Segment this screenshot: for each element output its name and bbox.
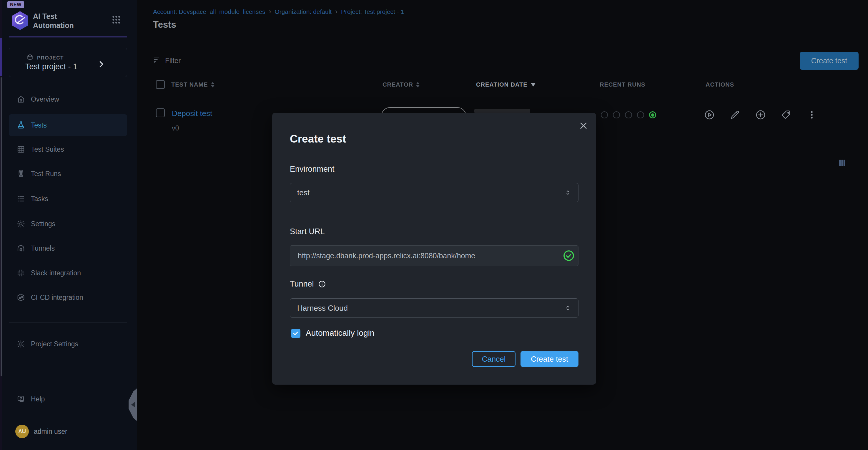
gear-icon (17, 219, 25, 228)
user-name: admin user (34, 428, 67, 435)
environment-select[interactable]: test (290, 183, 579, 202)
avatar: AU (15, 425, 29, 438)
sidebar-item-label: Help (31, 395, 45, 403)
sidebar-item-tasks[interactable]: Tasks (9, 188, 127, 210)
column-header-creator[interactable]: CREATOR (382, 81, 420, 88)
chevron-right-icon (97, 60, 105, 70)
sort-icons (211, 82, 215, 87)
page-title: Tests (153, 20, 176, 30)
cicd-icon (17, 293, 25, 302)
column-header-creation-date[interactable]: CREATION DATE (476, 81, 535, 88)
breadcrumb-account[interactable]: Account: Devspace_all_module_licenses (153, 8, 266, 15)
sidebar-item-cicd-integration[interactable]: CI-CD integration (9, 286, 127, 308)
pipeline-icon (17, 169, 25, 178)
sort-icons (416, 82, 420, 87)
start-url-input[interactable] (290, 245, 579, 266)
sidebar-item-overview[interactable]: Overview (9, 88, 127, 110)
sidebar-item-tests[interactable]: Tests (9, 114, 127, 136)
help-chat-icon (17, 395, 25, 403)
run-test-icon[interactable] (704, 110, 715, 120)
filter-button[interactable]: Filter (153, 54, 181, 67)
column-header-actions: ACTIONS (706, 81, 734, 88)
task-list-icon (17, 194, 25, 203)
sidebar: NEW AI Test Automation (2, 0, 137, 450)
flask-icon (17, 121, 25, 130)
sidebar-item-help[interactable]: Help (9, 388, 127, 410)
sidebar-item-tunnels[interactable]: Tunnels (9, 237, 127, 259)
sidebar-divider (9, 369, 127, 369)
start-url-label: Start URL (290, 227, 325, 236)
breadcrumb-project[interactable]: Project: Test project - 1 (341, 8, 404, 15)
edit-icon[interactable] (730, 110, 740, 120)
run-status-empty[interactable] (637, 111, 644, 118)
auto-login-label: Automatically login (306, 328, 374, 338)
column-header-recent-runs: RECENT RUNS (600, 81, 645, 88)
cancel-button[interactable]: Cancel (472, 351, 516, 367)
app-root: NEW AI Test Automation (0, 0, 868, 450)
row-checkbox[interactable] (156, 108, 165, 117)
run-status-empty[interactable] (625, 111, 632, 118)
sidebar-item-label: Tests (31, 121, 47, 129)
run-status-empty[interactable] (601, 111, 608, 118)
sidebar-item-settings[interactable]: Settings (9, 213, 127, 235)
run-status-empty[interactable] (613, 111, 620, 118)
more-menu-icon[interactable] (806, 110, 817, 120)
url-valid-check-icon (563, 250, 575, 263)
row-actions (704, 110, 817, 120)
tunnel-icon (17, 244, 25, 253)
project-selector-label: PROJECT (37, 55, 64, 61)
breadcrumb-separator: › (335, 8, 338, 16)
add-icon[interactable] (755, 110, 766, 120)
user-menu[interactable]: AU admin user (9, 423, 127, 440)
breadcrumb-organization[interactable]: Organization: default (275, 8, 332, 15)
sidebar-item-label: Overview (31, 95, 59, 103)
home-icon (17, 95, 25, 104)
chevron-left-icon (131, 402, 135, 407)
new-badge: NEW (7, 1, 24, 8)
sidebar-item-label: Slack integration (31, 269, 81, 277)
sidebar-item-test-suites[interactable]: Test Suites (9, 138, 127, 160)
create-test-button-toolbar[interactable]: Create test (800, 52, 859, 70)
environment-label: Environment (290, 165, 335, 174)
create-test-submit-button[interactable]: Create test (521, 351, 579, 367)
sidebar-item-label: Test Suites (31, 145, 64, 153)
window-edge-strip (0, 0, 2, 450)
tag-icon[interactable] (781, 110, 792, 120)
project-selector[interactable]: PROJECT Test project - 1 (9, 48, 127, 77)
sidebar-item-label: Settings (31, 220, 55, 228)
test-name-link[interactable]: Deposit test (172, 109, 212, 118)
select-all-checkbox[interactable] (156, 80, 165, 89)
app-logo-icon (11, 10, 29, 32)
modal-title: Create test (290, 133, 346, 145)
app-title: AI Test Automation (33, 12, 74, 30)
filter-label: Filter (165, 57, 181, 65)
grid-icon (17, 145, 25, 154)
table-header-row: TEST NAME CREATOR CREATION DATE RECENT R… (137, 78, 868, 93)
create-test-modal: Create test Environment test Start URL T… (272, 113, 596, 385)
sidebar-item-label: Tunnels (31, 245, 55, 252)
sidebar-item-test-runs[interactable]: Test Runs (9, 163, 127, 185)
module-switcher-icon[interactable] (111, 15, 121, 25)
sidebar-item-label: CI-CD integration (31, 293, 83, 302)
creation-date-clipped (474, 109, 530, 113)
auto-login-checkbox[interactable] (291, 329, 301, 338)
edge-scrollbar[interactable] (1, 77, 2, 376)
sidebar-item-project-settings[interactable]: Project Settings (9, 333, 127, 355)
edge-accent (0, 38, 2, 76)
column-settings-icon[interactable] (837, 158, 847, 168)
sidebar-item-label: Tasks (31, 195, 48, 203)
sort-desc-icon (531, 83, 535, 87)
tunnel-label: Tunnel (290, 280, 326, 289)
run-status-passed[interactable] (649, 111, 656, 118)
column-header-test-name[interactable]: TEST NAME (171, 81, 215, 88)
tunnel-value: Harness Cloud (297, 304, 348, 313)
tunnel-select[interactable]: Harness Cloud (290, 298, 579, 318)
info-icon[interactable] (318, 280, 326, 288)
cube-icon (26, 54, 34, 62)
test-version: v0 (172, 124, 179, 132)
gear-icon (17, 340, 25, 348)
breadcrumb: Account: Devspace_all_module_licenses › … (153, 8, 404, 16)
sidebar-item-slack-integration[interactable]: Slack integration (9, 262, 127, 284)
close-icon[interactable] (579, 121, 588, 131)
filter-icon (153, 56, 161, 66)
